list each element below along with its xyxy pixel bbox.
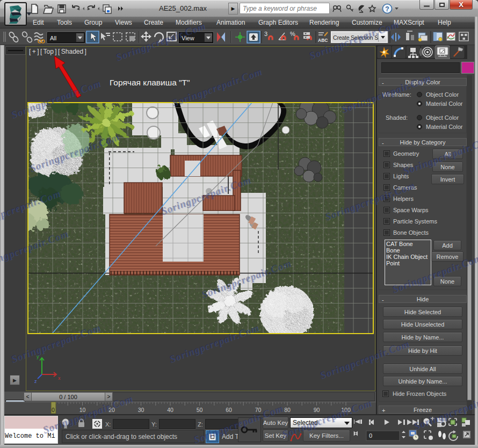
svg-text:?: ? bbox=[385, 5, 389, 13]
svg-text:90: 90 bbox=[314, 407, 320, 413]
svg-text:0: 0 bbox=[369, 432, 372, 439]
svg-text:80: 80 bbox=[284, 407, 291, 413]
svg-text:z: z bbox=[34, 379, 37, 384]
svg-text:70: 70 bbox=[255, 407, 262, 413]
svg-text:ABC: ABC bbox=[318, 38, 328, 43]
svg-text:30: 30 bbox=[138, 407, 144, 413]
svg-text:40: 40 bbox=[167, 407, 173, 413]
svg-text:0: 0 bbox=[52, 407, 55, 413]
svg-text:100: 100 bbox=[341, 407, 351, 413]
svg-text:50: 50 bbox=[197, 407, 203, 413]
svg-text:3: 3 bbox=[264, 31, 267, 37]
svg-text:20: 20 bbox=[108, 407, 115, 413]
svg-text:10: 10 bbox=[79, 407, 86, 413]
svg-text:%: % bbox=[290, 31, 295, 37]
svg-text:60: 60 bbox=[226, 407, 232, 413]
svg-text:y: y bbox=[37, 354, 39, 359]
svg-text:x: x bbox=[58, 375, 61, 381]
